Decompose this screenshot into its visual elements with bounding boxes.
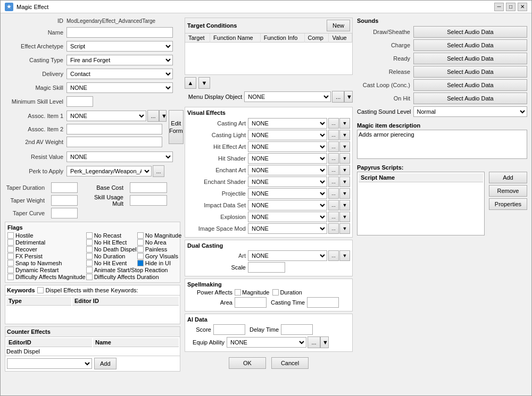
counter-dropdown[interactable]: [7, 358, 92, 369]
ve-casting-light-dots[interactable]: ...: [328, 130, 339, 140]
equip-dots-btn[interactable]: ...: [307, 336, 320, 348]
magnitude-checkbox[interactable]: [235, 289, 241, 296]
ve-hit-shader-arrow[interactable]: ▼: [339, 153, 350, 164]
menu-display-arrow-btn[interactable]: ▼: [344, 91, 353, 103]
maximize-button[interactable]: □: [506, 3, 516, 11]
delay-time-input[interactable]: 0.0000: [281, 324, 313, 335]
flag-gory-visuals-checkbox[interactable]: [137, 253, 144, 259]
taper-curve-input[interactable]: 0.00: [51, 208, 78, 218]
av-weight-input[interactable]: [66, 137, 162, 147]
dual-scale-input[interactable]: 1.0000: [248, 262, 285, 273]
equip-arrow-btn[interactable]: ▼: [320, 336, 329, 348]
dual-art-select[interactable]: NONE: [248, 250, 327, 261]
flag-no-hit-effect-checkbox[interactable]: [86, 239, 93, 246]
ve-projectile-select[interactable]: NONE: [248, 188, 327, 199]
ve-image-space-dots[interactable]: ...: [328, 223, 339, 234]
release-button[interactable]: Select Audio Data: [413, 66, 527, 78]
base-cost-input[interactable]: 0.0000: [130, 182, 167, 193]
casting-sound-level-select[interactable]: Normal: [413, 106, 527, 117]
ve-image-space-arrow[interactable]: ▼: [339, 223, 350, 234]
skill-mult-input[interactable]: 0.0000: [130, 195, 167, 206]
ve-casting-light-select[interactable]: NONE: [248, 130, 327, 140]
ready-button[interactable]: Select Audio Data: [413, 53, 527, 64]
edit-form-button[interactable]: EditForm: [169, 110, 184, 144]
on-hit-button[interactable]: Select Audio Data: [413, 92, 527, 104]
duration-checkbox[interactable]: [272, 289, 279, 296]
ve-casting-art-arrow[interactable]: ▼: [339, 118, 350, 129]
ve-impact-data-dots[interactable]: ...: [328, 200, 339, 210]
flag-detrimental-checkbox[interactable]: [7, 239, 14, 246]
assoc-item1-dots-btn[interactable]: ...: [147, 110, 159, 122]
ve-explosion-select[interactable]: NONE: [248, 212, 327, 222]
archetype-select[interactable]: Script: [66, 41, 173, 52]
flag-hostile-checkbox[interactable]: [7, 232, 14, 239]
flag-no-magnitude-checkbox[interactable]: [137, 232, 144, 239]
ve-enchant-shader-dots[interactable]: ...: [328, 176, 339, 187]
ve-hit-effect-art-arrow[interactable]: ▼: [339, 141, 350, 152]
ve-projectile-arrow[interactable]: ▼: [339, 188, 350, 199]
ve-explosion-dots[interactable]: ...: [328, 212, 339, 222]
nav-down-button[interactable]: ▼: [198, 77, 210, 89]
charge-button[interactable]: Select Audio Data: [413, 39, 527, 51]
ve-explosion-arrow[interactable]: ▼: [339, 212, 350, 222]
flag-fx-persist-checkbox[interactable]: [7, 253, 14, 259]
close-button[interactable]: ✕: [518, 3, 527, 11]
minimize-button[interactable]: ─: [494, 3, 504, 11]
resist-select[interactable]: NONE: [66, 151, 173, 162]
ve-hit-effect-art-select[interactable]: NONE: [248, 141, 327, 152]
taper-weight-input[interactable]: 0.00: [51, 195, 78, 206]
assoc-item1-select[interactable]: NONE: [66, 111, 146, 121]
flag-hide-in-ui-checkbox[interactable]: [137, 260, 144, 266]
ve-hit-shader-dots[interactable]: ...: [328, 153, 339, 164]
ve-enchant-art-select[interactable]: NONE: [248, 165, 327, 175]
nav-up-button[interactable]: ▲: [185, 77, 196, 89]
flag-dynamic-restart-checkbox[interactable]: [7, 267, 14, 273]
ve-projectile-dots[interactable]: ...: [328, 188, 339, 199]
flag-recover-checkbox[interactable]: [7, 246, 14, 252]
ve-casting-art-dots[interactable]: ...: [328, 118, 339, 129]
delivery-select[interactable]: Contact: [66, 69, 173, 79]
area-input[interactable]: 0.0000: [235, 297, 267, 308]
score-input[interactable]: 0.0000: [213, 324, 245, 335]
cancel-button[interactable]: Cancel: [271, 357, 309, 369]
taper-duration-input[interactable]: 0.00: [51, 182, 78, 193]
name-input[interactable]: Advanced Targeting: [66, 27, 173, 38]
flag-painless-checkbox[interactable]: [137, 246, 144, 252]
dual-art-dots[interactable]: ...: [328, 250, 339, 261]
magic-skill-select[interactable]: NONE: [66, 82, 173, 93]
casting-type-select[interactable]: Fire and Forget: [66, 55, 173, 65]
dispel-checkbox[interactable]: [37, 287, 44, 293]
ve-impact-data-arrow[interactable]: ▼: [339, 200, 350, 210]
min-skill-input[interactable]: 0: [66, 96, 93, 107]
ve-enchant-shader-arrow[interactable]: ▼: [339, 176, 350, 187]
flag-no-recast-checkbox[interactable]: [86, 232, 93, 239]
remove-script-button[interactable]: Remove: [489, 185, 527, 197]
flag-no-area-checkbox[interactable]: [137, 239, 144, 246]
flag-difficulty-duration-checkbox[interactable]: [86, 274, 93, 280]
perk-select[interactable]: Perk_Legendary/Weapon_A: [66, 166, 152, 176]
perk-dots-btn[interactable]: ...: [153, 165, 164, 177]
assoc-item2-input[interactable]: [66, 124, 162, 134]
flag-no-hit-event-checkbox[interactable]: [86, 260, 93, 266]
dual-art-arrow[interactable]: ▼: [339, 250, 350, 261]
menu-display-select[interactable]: NONE: [244, 91, 331, 102]
flag-snap-navmesh-checkbox[interactable]: [7, 260, 14, 266]
ve-image-space-select[interactable]: NONE: [248, 223, 327, 234]
ve-enchant-shader-select[interactable]: NONE: [248, 176, 327, 187]
properties-button[interactable]: Properties: [489, 198, 527, 210]
ve-impact-data-select[interactable]: NONE: [248, 200, 327, 210]
magic-desc-textarea[interactable]: [357, 130, 527, 159]
flag-no-death-dispel-checkbox[interactable]: [86, 246, 93, 252]
ve-casting-art-select[interactable]: NONE: [248, 118, 327, 129]
menu-display-dots-btn[interactable]: ...: [332, 91, 344, 103]
cast-loop-button[interactable]: Select Audio Data: [413, 79, 527, 91]
ve-enchant-art-arrow[interactable]: ▼: [339, 165, 350, 175]
equip-select[interactable]: NONE: [227, 337, 306, 348]
flag-animate-start-stop-checkbox[interactable]: [86, 267, 93, 273]
add-script-button[interactable]: Add: [489, 172, 527, 183]
ve-hit-effect-art-dots[interactable]: ...: [328, 141, 339, 152]
flag-difficulty-magnitude-checkbox[interactable]: [7, 274, 14, 280]
flag-no-duration-checkbox[interactable]: [86, 253, 93, 259]
counter-add-button[interactable]: Add: [94, 358, 117, 369]
ve-hit-shader-select[interactable]: NONE: [248, 153, 327, 164]
